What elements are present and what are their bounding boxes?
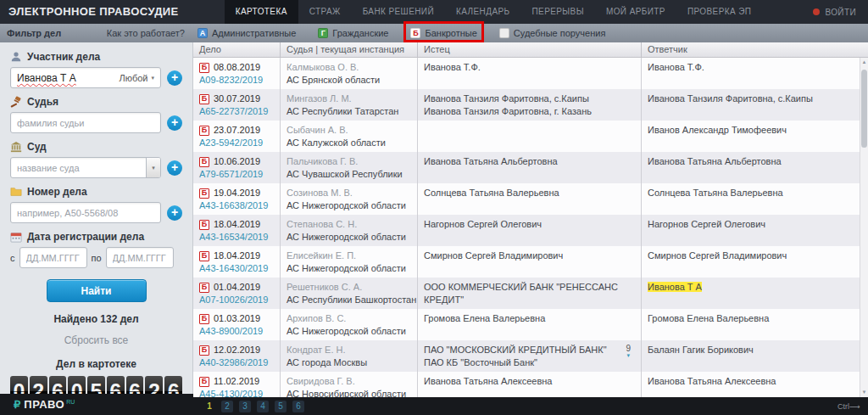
case-number-input[interactable] bbox=[17, 208, 154, 218]
participant-role-select[interactable]: Любой ▾ bbox=[119, 73, 154, 83]
page-button[interactable]: 2 bbox=[221, 401, 233, 412]
plaintiff-name: Смирнов Сергей Владимирович bbox=[424, 250, 563, 261]
page-button[interactable]: 3 bbox=[239, 401, 251, 412]
judge-name: Елисейкин Е. П. bbox=[287, 250, 412, 262]
top-navbar: ЭЛЕКТРОННОЕ ПРАВОСУДИЕ КАРТОТЕКА СТРАЖ Б… bbox=[0, 0, 868, 24]
case-number-link[interactable]: А43-16430/2019 bbox=[199, 262, 275, 275]
table-row[interactable]: Б 11.02.2019 А45-4130/2019 Свиридова Г. … bbox=[193, 372, 868, 397]
case-number-link[interactable]: А09-8232/2019 bbox=[199, 74, 275, 87]
col-header-case[interactable]: Дело bbox=[193, 42, 280, 57]
judge-name: Степанова С. Н. bbox=[287, 218, 412, 231]
login-button[interactable]: ВОЙТИ bbox=[825, 8, 856, 17]
case-date: 18.04.2019 bbox=[214, 218, 260, 231]
add-court-button[interactable] bbox=[167, 160, 182, 176]
case-type-tab[interactable]: Судебные поручения bbox=[499, 28, 606, 38]
case-number-link[interactable]: А79-6571/2019 bbox=[199, 168, 275, 181]
judge-name: Сыбачин А. В. bbox=[287, 124, 412, 137]
ctrl-scroll-hint: Ctrl⟶ bbox=[837, 402, 860, 411]
page-button[interactable]: 6 bbox=[292, 401, 304, 412]
scroll-down-icon[interactable]: ▼ bbox=[860, 388, 868, 397]
nav-item[interactable]: МОЙ АРБИТР bbox=[595, 0, 676, 24]
case-date: 12.02.2019 bbox=[214, 344, 260, 356]
table-row[interactable]: Б 08.08.2019 А09-8232/2019 Калмыкова О. … bbox=[193, 58, 868, 89]
bankruptcy-case-icon: Б bbox=[199, 345, 209, 356]
table-row[interactable]: Б 12.02.2019 А40-32986/2019 Кондрат Е. Н… bbox=[193, 340, 868, 372]
case-type-tab[interactable]: А Административные bbox=[198, 28, 296, 38]
table-row[interactable]: Б 01.04.2019 А07-10026/2019 Решетников С… bbox=[193, 278, 868, 309]
participants-count-badge[interactable]: 9 ▾ bbox=[626, 345, 631, 359]
case-number-link[interactable]: А43-16534/2019 bbox=[199, 231, 275, 244]
court-select[interactable]: ▾ bbox=[10, 157, 161, 178]
case-number-link[interactable]: А45-4130/2019 bbox=[199, 388, 275, 397]
judge-name: Созинова М. В. bbox=[287, 187, 412, 199]
page-button[interactable]: 1 bbox=[203, 401, 215, 412]
case-number-link[interactable]: А43-8900/2019 bbox=[199, 325, 275, 338]
add-case-number-button[interactable] bbox=[167, 205, 182, 221]
person-icon bbox=[10, 51, 22, 63]
judge-name: Решетников С. А. bbox=[287, 281, 412, 294]
scrollbar-thumb[interactable] bbox=[861, 70, 867, 148]
table-row[interactable]: Б 19.04.2019 А43-16638/2019 Созинова М. … bbox=[193, 183, 868, 215]
court-name: АС Калужской области bbox=[287, 137, 412, 149]
judge-name: Кондрат Е. Н. bbox=[287, 344, 412, 356]
date-to-input[interactable] bbox=[113, 253, 167, 263]
court-name: АС Чувашской Республики bbox=[287, 168, 412, 181]
bankruptcy-case-icon: Б bbox=[199, 94, 209, 104]
reset-all-link[interactable]: Сбросить все bbox=[10, 334, 182, 346]
case-date: 01.03.2019 bbox=[214, 312, 260, 325]
table-row[interactable]: Б 23.07.2019 А23-5942/2019 Сыбачин А. В.… bbox=[193, 121, 868, 152]
participant-value: Иванова Т А bbox=[17, 72, 76, 84]
case-type-tab[interactable]: Б Банкротные bbox=[410, 28, 476, 38]
bankruptcy-case-icon: Б bbox=[199, 314, 209, 324]
table-row[interactable]: Б 18.04.2019 А43-16430/2019 Елисейкин Е.… bbox=[193, 246, 868, 278]
chevron-down-icon: ▾ bbox=[151, 75, 154, 81]
nav-item[interactable]: СТРАЖ bbox=[298, 0, 352, 24]
col-header-plaintiff[interactable]: Истец bbox=[417, 42, 641, 57]
add-judge-button[interactable] bbox=[167, 115, 182, 131]
scroll-up-icon[interactable]: ▲ bbox=[860, 58, 868, 67]
col-header-defendant[interactable]: Ответчик bbox=[641, 42, 868, 57]
case-number-link[interactable]: А23-5942/2019 bbox=[199, 137, 275, 149]
court-name: АС Нижегородской области bbox=[287, 199, 412, 212]
page-button[interactable]: 4 bbox=[257, 401, 269, 412]
table-row[interactable]: Б 18.04.2019 А43-16534/2019 Степанова С.… bbox=[193, 215, 868, 246]
date-to-label: по bbox=[92, 253, 102, 263]
nav-item[interactable]: ПЕРЕРЫВЫ bbox=[521, 0, 595, 24]
how-it-works-link[interactable]: Как это работает? bbox=[107, 28, 185, 38]
page-button[interactable]: 5 bbox=[275, 401, 287, 412]
plaintiff-name: Нагорнов Сергей Олегович bbox=[424, 219, 542, 229]
nav-item[interactable]: КАРТОТЕКА bbox=[225, 0, 298, 24]
case-number-link[interactable]: А07-10026/2019 bbox=[199, 294, 275, 306]
nav-item[interactable]: ПРОВЕРКА ЭП bbox=[676, 0, 762, 24]
courthouse-icon bbox=[10, 141, 22, 153]
judge-name: Мингазов Л. М. bbox=[287, 93, 412, 105]
date-from-input[interactable] bbox=[26, 253, 81, 263]
case-number-link[interactable]: А65-22737/2019 bbox=[199, 105, 275, 118]
case-date: 08.08.2019 bbox=[214, 61, 260, 74]
court-dropdown-button[interactable]: ▾ bbox=[146, 158, 160, 177]
participant-input[interactable]: Иванова Т А Любой ▾ bbox=[10, 67, 161, 88]
search-button[interactable]: Найти bbox=[47, 279, 147, 302]
judge-section-label: Судья bbox=[10, 95, 182, 109]
nav-item[interactable]: КАЛЕНДАРЬ bbox=[445, 0, 520, 24]
add-participant-button[interactable] bbox=[167, 70, 182, 86]
court-input[interactable] bbox=[17, 163, 146, 173]
nav-item[interactable]: БАНК РЕШЕНИЙ bbox=[352, 0, 445, 24]
case-type-tab[interactable]: Г Гражданские bbox=[318, 28, 388, 38]
table-header: Дело Судья | текущая инстанция Истец Отв… bbox=[193, 42, 868, 58]
table-row[interactable]: Б 10.06.2019 А79-6571/2019 Пальчикова Г.… bbox=[193, 152, 868, 183]
plaintiff-name: Громова Елена Валерьевна bbox=[424, 313, 545, 323]
table-row[interactable]: Б 01.03.2019 А43-8900/2019 Архипов В. С.… bbox=[193, 309, 868, 340]
table-row[interactable]: Б 30.07.2019 А65-22737/2019 Мингазов Л. … bbox=[193, 89, 868, 121]
judge-name: Свиридова Г. В. bbox=[287, 375, 412, 388]
case-number-link[interactable]: А43-16638/2019 bbox=[199, 199, 275, 212]
col-header-judge[interactable]: Судья | текущая инстанция bbox=[280, 42, 417, 57]
bottom-bar: 1 2 3 4 5 6 Ctrl⟶ bbox=[193, 397, 868, 415]
bankruptcy-case-icon: Б bbox=[199, 251, 209, 261]
defendant-name: Иванова Т.Ф. bbox=[648, 62, 704, 72]
case-date: 19.04.2019 bbox=[214, 187, 260, 199]
judge-input[interactable] bbox=[17, 118, 154, 128]
case-number-link[interactable]: А40-32986/2019 bbox=[199, 356, 275, 369]
login-area[interactable]: ВОЙТИ bbox=[762, 0, 868, 24]
table-scrollbar[interactable]: ▲ ▼ bbox=[860, 58, 868, 397]
